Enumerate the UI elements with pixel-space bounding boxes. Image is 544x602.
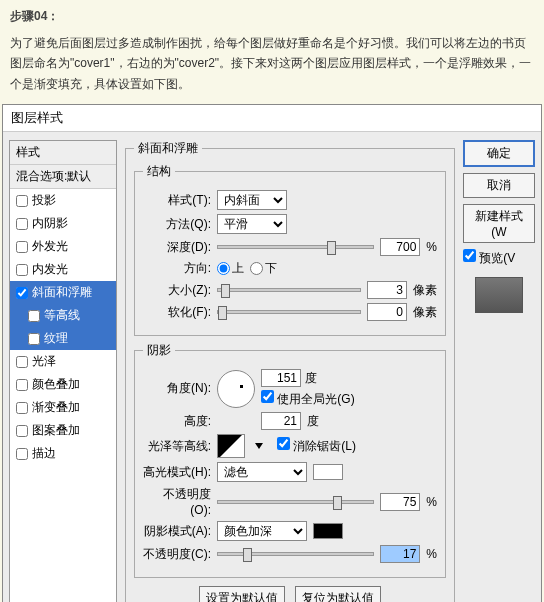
angle-dial[interactable] bbox=[217, 370, 255, 408]
soften-input[interactable] bbox=[367, 303, 407, 321]
dir-up-radio[interactable]: 上 bbox=[217, 260, 244, 277]
soften-slider[interactable] bbox=[217, 310, 361, 314]
reset-default-button[interactable]: 复位为默认值 bbox=[295, 586, 381, 602]
style-checkbox[interactable] bbox=[16, 402, 28, 414]
style-item-等高线[interactable]: 等高线 bbox=[10, 304, 116, 327]
soften-unit: 像素 bbox=[413, 304, 437, 321]
hlmode-select[interactable]: 滤色 bbox=[217, 462, 307, 482]
style-item-图案叠加[interactable]: 图案叠加 bbox=[10, 419, 116, 442]
style-checkbox[interactable] bbox=[28, 333, 40, 345]
angle-label: 角度(N): bbox=[143, 380, 211, 397]
shading-legend: 阴影 bbox=[143, 342, 175, 359]
blend-options[interactable]: 混合选项:默认 bbox=[10, 165, 116, 189]
angle-input[interactable] bbox=[261, 369, 301, 387]
style-item-label: 投影 bbox=[32, 192, 56, 209]
size-slider[interactable] bbox=[217, 288, 361, 292]
style-item-渐变叠加[interactable]: 渐变叠加 bbox=[10, 396, 116, 419]
shmode-label: 阴影模式(A): bbox=[143, 523, 211, 540]
size-input[interactable] bbox=[367, 281, 407, 299]
hlopac-slider[interactable] bbox=[217, 500, 374, 504]
angle-unit: 度 bbox=[305, 370, 317, 387]
style-item-label: 纹理 bbox=[44, 330, 68, 347]
hlopac-label: 不透明度(O): bbox=[143, 486, 211, 517]
altitude-input[interactable] bbox=[261, 412, 301, 430]
structure-legend: 结构 bbox=[143, 163, 175, 180]
style-item-内发光[interactable]: 内发光 bbox=[10, 258, 116, 281]
global-light-checkbox[interactable]: 使用全局光(G) bbox=[261, 390, 355, 408]
style-checkbox[interactable] bbox=[16, 264, 28, 276]
style-item-label: 光泽 bbox=[32, 353, 56, 370]
shopac-input[interactable] bbox=[380, 545, 420, 563]
style-item-label: 等高线 bbox=[44, 307, 80, 324]
style-item-投影[interactable]: 投影 bbox=[10, 189, 116, 212]
hlmode-label: 高光模式(H): bbox=[143, 464, 211, 481]
style-checkbox[interactable] bbox=[16, 379, 28, 391]
instructions-text: 为了避免后面图层过多造成制作困扰，给每个图层做好重命名是个好习惯。我们可以将左边… bbox=[0, 29, 544, 104]
style-item-label: 渐变叠加 bbox=[32, 399, 80, 416]
gloss-label: 光泽等高线: bbox=[143, 438, 211, 455]
bevel-title: 斜面和浮雕 bbox=[134, 140, 202, 157]
style-checkbox[interactable] bbox=[16, 448, 28, 460]
altitude-unit: 度 bbox=[307, 413, 319, 430]
make-default-button[interactable]: 设置为默认值 bbox=[199, 586, 285, 602]
style-item-label: 外发光 bbox=[32, 238, 68, 255]
style-item-label: 描边 bbox=[32, 445, 56, 462]
preview-swatch bbox=[475, 277, 523, 313]
shading-group: 阴影 角度(N): 度 使用全局光(G) 高度: bbox=[134, 342, 446, 578]
style-item-label: 图案叠加 bbox=[32, 422, 80, 439]
size-unit: 像素 bbox=[413, 282, 437, 299]
soften-label: 软化(F): bbox=[143, 304, 211, 321]
gloss-contour[interactable] bbox=[217, 434, 245, 458]
depth-unit: % bbox=[426, 240, 437, 254]
style-select[interactable]: 内斜面 bbox=[217, 190, 287, 210]
layer-style-dialog: 图层样式 样式 混合选项:默认 投影内阴影外发光内发光斜面和浮雕等高线纹理光泽颜… bbox=[2, 104, 542, 602]
style-item-颜色叠加[interactable]: 颜色叠加 bbox=[10, 373, 116, 396]
structure-group: 结构 样式(T): 内斜面 方法(Q): 平滑 深度(D): % bbox=[134, 163, 446, 336]
step-label: 步骤04： bbox=[0, 0, 544, 29]
hlopac-unit: % bbox=[426, 495, 437, 509]
style-item-label: 斜面和浮雕 bbox=[32, 284, 92, 301]
bevel-fieldset: 斜面和浮雕 结构 样式(T): 内斜面 方法(Q): 平滑 深度(D): bbox=[125, 140, 455, 602]
dir-down-radio[interactable]: 下 bbox=[250, 260, 277, 277]
size-label: 大小(Z): bbox=[143, 282, 211, 299]
technique-label: 方法(Q): bbox=[143, 216, 211, 233]
style-checkbox[interactable] bbox=[16, 241, 28, 253]
styles-list: 样式 混合选项:默认 投影内阴影外发光内发光斜面和浮雕等高线纹理光泽颜色叠加渐变… bbox=[9, 140, 117, 602]
shopac-slider[interactable] bbox=[217, 552, 374, 556]
shadow-color-swatch[interactable] bbox=[313, 523, 343, 539]
dialog-title: 图层样式 bbox=[3, 105, 541, 132]
depth-label: 深度(D): bbox=[143, 239, 211, 256]
styles-header[interactable]: 样式 bbox=[10, 141, 116, 165]
shopac-label: 不透明度(C): bbox=[143, 546, 211, 563]
style-item-label: 内发光 bbox=[32, 261, 68, 278]
style-checkbox[interactable] bbox=[28, 310, 40, 322]
cancel-button[interactable]: 取消 bbox=[463, 173, 535, 198]
depth-input[interactable] bbox=[380, 238, 420, 256]
altitude-label: 高度: bbox=[143, 413, 211, 430]
style-item-光泽[interactable]: 光泽 bbox=[10, 350, 116, 373]
style-checkbox[interactable] bbox=[16, 356, 28, 368]
style-item-内阴影[interactable]: 内阴影 bbox=[10, 212, 116, 235]
highlight-color-swatch[interactable] bbox=[313, 464, 343, 480]
antialias-checkbox[interactable]: 消除锯齿(L) bbox=[277, 437, 356, 455]
technique-select[interactable]: 平滑 bbox=[217, 214, 287, 234]
new-style-button[interactable]: 新建样式(W bbox=[463, 204, 535, 243]
shopac-unit: % bbox=[426, 547, 437, 561]
style-item-纹理[interactable]: 纹理 bbox=[10, 327, 116, 350]
style-item-label: 颜色叠加 bbox=[32, 376, 80, 393]
gloss-dropdown-icon[interactable] bbox=[255, 443, 263, 449]
style-checkbox[interactable] bbox=[16, 287, 28, 299]
preview-checkbox[interactable]: 预览(V bbox=[463, 249, 535, 267]
style-checkbox[interactable] bbox=[16, 218, 28, 230]
style-item-外发光[interactable]: 外发光 bbox=[10, 235, 116, 258]
style-item-描边[interactable]: 描边 bbox=[10, 442, 116, 465]
ok-button[interactable]: 确定 bbox=[463, 140, 535, 167]
style-checkbox[interactable] bbox=[16, 425, 28, 437]
depth-slider[interactable] bbox=[217, 245, 374, 249]
shmode-select[interactable]: 颜色加深 bbox=[217, 521, 307, 541]
right-buttons: 确定 取消 新建样式(W 预览(V bbox=[463, 140, 535, 602]
bevel-panel: 斜面和浮雕 结构 样式(T): 内斜面 方法(Q): 平滑 深度(D): bbox=[125, 140, 455, 602]
hlopac-input[interactable] bbox=[380, 493, 420, 511]
style-item-斜面和浮雕[interactable]: 斜面和浮雕 bbox=[10, 281, 116, 304]
style-checkbox[interactable] bbox=[16, 195, 28, 207]
